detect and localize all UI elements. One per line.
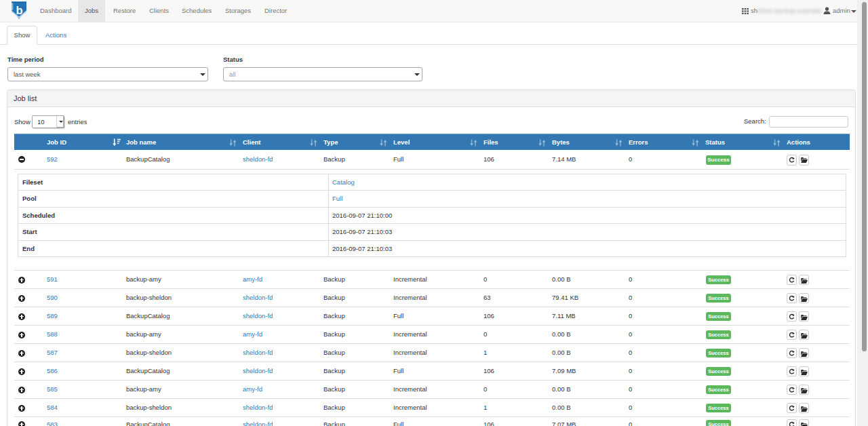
svg-text:b: b [16, 4, 23, 16]
